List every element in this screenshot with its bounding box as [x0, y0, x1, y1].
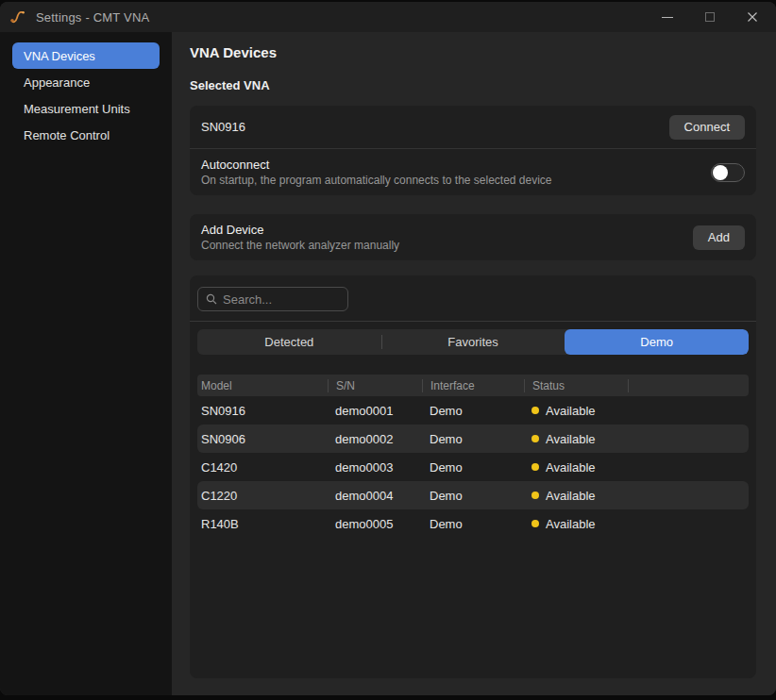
add-button[interactable]: Add — [693, 225, 745, 250]
column-header-empty — [628, 379, 749, 392]
autoconnect-toggle[interactable] — [711, 163, 745, 182]
status-label: Available — [546, 517, 596, 531]
main-panel: VNA Devices Selected VNA SN0916 Connect … — [172, 32, 776, 695]
maximize-button[interactable] — [696, 2, 724, 32]
settings-window: Settings - CMT VNA VNA Devices Appearanc… — [0, 2, 776, 695]
tab-label: Demo — [640, 335, 673, 349]
column-header-status: Status — [524, 379, 628, 392]
app-logo-icon — [9, 8, 26, 25]
cell-status: Available — [524, 489, 628, 503]
column-header-sn: S/N — [328, 379, 422, 392]
autoconnect-description: On startup, the program automatically co… — [201, 173, 552, 188]
selected-vna-row: SN0916 Connect — [190, 106, 756, 148]
cell-status: Available — [524, 432, 628, 446]
tab-label: Favorites — [447, 335, 498, 349]
table-row[interactable]: SN0916 demo0001 Demo Available — [197, 396, 749, 425]
table-row[interactable]: C1420 demo0003 Demo Available — [197, 453, 749, 481]
connect-button[interactable]: Connect — [669, 115, 745, 140]
selected-vna-name: SN0916 — [201, 120, 245, 134]
autoconnect-row: Autoconnect On startup, the program auto… — [190, 149, 756, 195]
cell-interface: Demo — [422, 489, 524, 503]
device-source-tabs: Detected Favorites Demo — [197, 329, 749, 355]
cell-model: C1420 — [197, 460, 328, 475]
tab-demo[interactable]: Demo — [565, 329, 749, 355]
add-device-row: Add Device Connect the network analyzer … — [190, 214, 756, 260]
cell-sn: demo0001 — [328, 404, 422, 418]
sidebar-item-measurement-units[interactable]: Measurement Units — [12, 95, 160, 122]
close-button[interactable] — [738, 2, 767, 32]
search-input[interactable] — [223, 292, 327, 307]
selected-vna-card: SN0916 Connect Autoconnect On startup, t… — [190, 106, 756, 195]
cell-model: SN0906 — [197, 432, 328, 446]
sidebar-item-vna-devices[interactable]: VNA Devices — [12, 42, 160, 69]
sidebar-item-label: Remote Control — [24, 128, 110, 142]
search-icon — [206, 293, 217, 305]
minimize-icon — [662, 17, 673, 18]
cell-interface: Demo — [422, 517, 524, 531]
page-title: VNA Devices — [190, 44, 756, 61]
table-row[interactable]: R140B demo0005 Demo Available — [197, 509, 749, 538]
status-label: Available — [546, 489, 596, 503]
close-icon — [747, 11, 758, 23]
table-row[interactable]: SN0906 demo0002 Demo Available — [197, 425, 749, 453]
titlebar: Settings - CMT VNA — [0, 2, 776, 32]
tab-detected[interactable]: Detected — [197, 329, 381, 355]
window-title: Settings - CMT VNA — [36, 10, 149, 25]
settings-sidebar: VNA Devices Appearance Measurement Units… — [0, 32, 172, 695]
toggle-knob — [713, 165, 728, 180]
table-row[interactable]: C1220 demo0004 Demo Available — [197, 481, 749, 509]
status-dot-icon — [531, 492, 539, 499]
cell-status: Available — [524, 404, 628, 418]
cell-interface: Demo — [422, 432, 524, 446]
status-dot-icon — [531, 435, 539, 442]
status-dot-icon — [531, 407, 539, 414]
sidebar-item-label: Measurement Units — [24, 102, 130, 116]
panel-divider — [190, 321, 756, 322]
cell-model: R140B — [197, 517, 328, 531]
sidebar-item-label: VNA Devices — [24, 49, 95, 63]
cell-status: Available — [524, 460, 628, 475]
cell-interface: Demo — [422, 404, 524, 418]
status-label: Available — [546, 404, 596, 418]
sidebar-item-label: Appearance — [24, 75, 90, 90]
cell-model: C1220 — [197, 489, 328, 503]
table-header: Model S/N Interface Status — [197, 375, 749, 396]
status-dot-icon — [531, 463, 539, 471]
minimize-button[interactable] — [653, 2, 682, 32]
add-device-card: Add Device Connect the network analyzer … — [190, 214, 756, 260]
selected-vna-heading: Selected VNA — [190, 78, 756, 92]
column-header-model: Model — [197, 379, 328, 392]
tab-label: Detected — [264, 335, 313, 349]
search-field[interactable] — [197, 287, 348, 311]
add-device-description: Connect the network analyzer manually — [201, 238, 399, 253]
device-list-card: Detected Favorites Demo Model S/N Interf… — [190, 275, 756, 678]
column-header-interface: Interface — [422, 379, 524, 392]
cell-status: Available — [524, 517, 628, 531]
add-device-label: Add Device — [201, 222, 399, 238]
status-label: Available — [546, 460, 596, 475]
maximize-icon — [705, 12, 715, 22]
cell-interface: Demo — [422, 460, 524, 475]
cell-sn: demo0004 — [328, 489, 422, 503]
status-label: Available — [546, 432, 596, 446]
cell-model: SN0916 — [197, 404, 328, 418]
sidebar-item-remote-control[interactable]: Remote Control — [12, 122, 160, 148]
cell-sn: demo0003 — [328, 460, 422, 475]
cell-sn: demo0002 — [328, 432, 422, 446]
cell-sn: demo0005 — [328, 517, 422, 531]
tab-favorites[interactable]: Favorites — [381, 329, 565, 355]
sidebar-item-appearance[interactable]: Appearance — [12, 69, 160, 95]
autoconnect-label: Autoconnect — [201, 157, 552, 173]
status-dot-icon — [531, 520, 539, 527]
